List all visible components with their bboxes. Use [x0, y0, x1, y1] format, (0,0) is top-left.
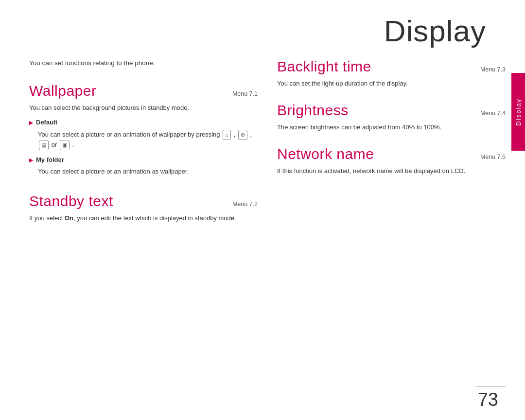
period1: .: [72, 141, 74, 148]
right-column: Backlight time Menu 7.3 You can set the …: [277, 58, 506, 391]
section-standby-title: Standby text: [29, 193, 113, 210]
side-tab-label: Display: [515, 98, 522, 126]
page-title: Display: [384, 14, 486, 48]
section-network-title: Network name: [277, 146, 374, 162]
page-number: 73: [478, 389, 498, 410]
section-backlight-header: Backlight time Menu 7.3: [277, 58, 506, 75]
or-text: or: [52, 141, 59, 148]
left-column: You can set functions relating to the ph…: [29, 58, 258, 391]
section-backlight-menu: Menu 7.3: [480, 66, 506, 73]
section-network-header: Network name Menu 7.5: [277, 146, 506, 162]
section-network-body: If this function is activated, network n…: [277, 166, 506, 176]
inline-icon-1: ⌂: [223, 130, 231, 140]
section-brightness-menu: Menu 7.4: [480, 110, 506, 117]
standby-on-bold: On: [65, 214, 73, 222]
wallpaper-description: You can select the background pictures i…: [29, 103, 258, 113]
bullet-default-label: Default: [36, 118, 57, 127]
section-brightness-body: The screen brightness can be adjusted fr…: [277, 122, 506, 132]
section-wallpaper-menu: Menu 7.1: [232, 90, 258, 97]
inline-icon-4: ▣: [60, 140, 70, 150]
section-brightness: Brightness Menu 7.4 The screen brightnes…: [277, 102, 506, 132]
bullet-arrow-icon-2: ▶: [29, 156, 33, 164]
page-divider: [476, 386, 506, 387]
standby-desc-suffix: , you can edit the text which is display…: [73, 214, 236, 222]
comma1: ,: [233, 131, 237, 138]
section-wallpaper-header: Wallpaper Menu 7.1: [29, 83, 258, 99]
intro-text: You can set functions relating to the ph…: [29, 58, 258, 68]
section-brightness-title: Brightness: [277, 102, 349, 119]
bullet-default: ▶ Default: [29, 118, 258, 127]
inline-icon-3: ▤: [39, 140, 49, 150]
standby-desc-prefix: If you select: [29, 214, 65, 222]
bullet-arrow-icon: ▶: [29, 119, 33, 127]
main-content: You can set functions relating to the ph…: [29, 58, 506, 391]
section-backlight-title: Backlight time: [277, 58, 371, 75]
section-standby-menu: Menu 7.2: [232, 201, 258, 208]
backlight-description: You can set the light-up duration of the…: [277, 79, 506, 88]
side-tab: Display: [511, 73, 525, 151]
comma2: ,: [250, 131, 252, 138]
bullet-default-desc-text: You can select a picture or an animation…: [38, 131, 222, 138]
section-wallpaper: Wallpaper Menu 7.1 You can select the ba…: [29, 83, 258, 179]
section-standby-header: Standby text Menu 7.2: [29, 193, 258, 210]
bullet-myfolder-desc: You can select a picture or an animation…: [38, 167, 258, 176]
section-brightness-header: Brightness Menu 7.4: [277, 102, 506, 119]
network-description: If this function is activated, network n…: [277, 166, 506, 176]
bullet-myfolder-label: My folder: [36, 155, 64, 165]
section-standby-body: If you select On, you can edit the text …: [29, 213, 258, 223]
inline-icon-2: ⊕: [238, 130, 247, 140]
section-standby-text: Standby text Menu 7.2 If you select On, …: [29, 193, 258, 223]
section-backlight-body: You can set the light-up duration of the…: [277, 79, 506, 88]
section-network-name: Network name Menu 7.5 If this function i…: [277, 146, 506, 176]
section-backlight: Backlight time Menu 7.3 You can set the …: [277, 58, 506, 88]
section-wallpaper-title: Wallpaper: [29, 83, 96, 99]
brightness-description: The screen brightness can be adjusted fr…: [277, 122, 506, 132]
bullet-myfolder: ▶ My folder: [29, 155, 258, 165]
bullet-default-desc: You can select a picture or an animation…: [38, 130, 258, 150]
section-wallpaper-body: You can select the background pictures i…: [29, 103, 258, 176]
section-network-menu: Menu 7.5: [480, 154, 506, 160]
